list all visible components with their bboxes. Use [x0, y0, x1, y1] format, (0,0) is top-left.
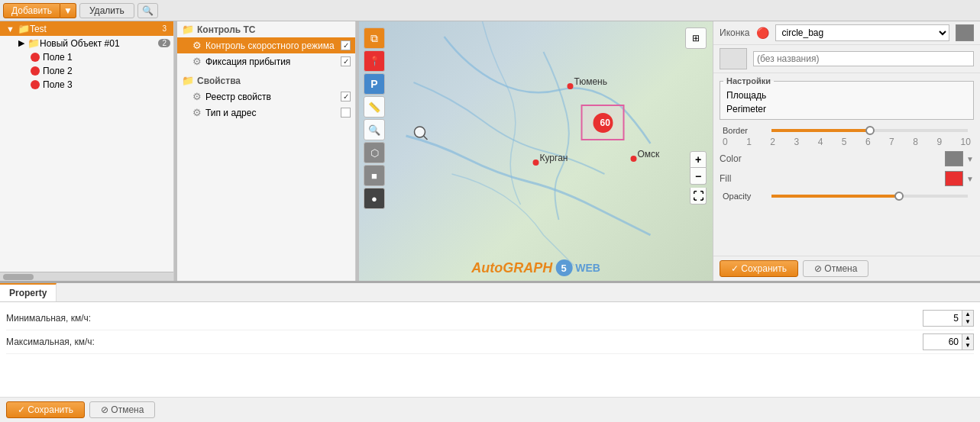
mtree-item-registry[interactable]: ⚙ Реестр свойств: [177, 89, 355, 105]
border-slider[interactable]: [771, 129, 968, 132]
toolbar: Добавить ▼ Удалить 🔍: [0, 0, 980, 21]
map-area[interactable]: Тюмень Курган Омск 60 ⧉ 📍: [359, 21, 713, 281]
fill-dropdown-arrow[interactable]: ▼: [966, 175, 974, 183]
zoom-in-button[interactable]: +: [690, 151, 707, 168]
tree-item-pole2[interactable]: Поле 2: [0, 64, 173, 78]
search-button[interactable]: 🔍: [137, 3, 158, 18]
map-svg: Тюмень Курган Омск 60: [359, 21, 713, 281]
min-label: Минимальная, км/ч:: [6, 313, 923, 324]
tree-item-label-pole2: Поле 2: [43, 66, 73, 76]
map-tool-layers[interactable]: ⧉: [364, 27, 385, 49]
mtree-item-label-arrival: Фиксация прибытия: [205, 56, 290, 67]
color-dropdown-arrow[interactable]: ▼: [966, 155, 974, 163]
svg-text:60: 60: [600, 118, 611, 128]
folder-icon-obj: 📁: [27, 37, 40, 49]
map-tool-location[interactable]: 📍: [364, 50, 385, 72]
tree-item-test[interactable]: ▼ 📁 Test 3: [0, 21, 173, 36]
bottom-cancel-button[interactable]: ⊘ Отмена: [89, 401, 155, 418]
min-input[interactable]: [923, 311, 962, 325]
min-spin-down[interactable]: ▼: [962, 318, 973, 326]
add-button[interactable]: Добавить: [3, 3, 60, 18]
min-spin: ▲ ▼: [962, 311, 973, 326]
map-tool-ruler[interactable]: 📏: [364, 96, 385, 118]
max-spin-up[interactable]: ▲: [962, 334, 973, 342]
gear-icon-arrival: ⚙: [192, 56, 202, 67]
mtree-root: 📁 Контроль ТС: [177, 21, 355, 37]
min-input-wrap: ▲ ▼: [923, 310, 974, 327]
settings-group: Настройки Площадь Perimeter: [720, 76, 974, 120]
check-speed[interactable]: [341, 40, 351, 50]
svg-point-4: [631, 156, 637, 162]
map-tool-square[interactable]: ■: [364, 165, 385, 186]
tree-item-pole1[interactable]: Поле 1: [0, 50, 173, 64]
mtree-item-type[interactable]: ⚙ Тип и адрес: [177, 105, 355, 121]
opacity-label: Opacity: [723, 192, 768, 201]
add-dropdown-button[interactable]: ▼: [60, 3, 76, 18]
icon-row: Иконка 🔴 circle_bag: [713, 21, 980, 45]
opacity-section: Opacity: [713, 188, 980, 204]
max-spin: ▲ ▼: [962, 334, 973, 350]
max-input[interactable]: [923, 335, 962, 349]
settings-legend: Настройки: [723, 76, 774, 85]
mtree-root-label: Контроль ТС: [197, 24, 255, 35]
fill-row: Fill ▼: [713, 169, 980, 188]
name-input[interactable]: [753, 51, 974, 66]
map-tool-parking[interactable]: P: [364, 73, 385, 95]
min-spin-up[interactable]: ▲: [962, 311, 973, 318]
gear-icon-speed: ⚙: [192, 40, 202, 51]
autograph-logo: AutoGRAPH 5 WEB: [471, 259, 600, 276]
border-label: Border: [723, 126, 768, 135]
color-picker[interactable]: [945, 151, 963, 166]
map-tool-stack[interactable]: ⊞: [685, 27, 707, 49]
map-tool-search[interactable]: 🔍: [364, 119, 385, 140]
folder-icon-props: 📁: [182, 75, 194, 86]
polygon-icon: ⬡: [370, 147, 379, 159]
left-scrollbar[interactable]: [0, 272, 173, 281]
color-swatch-icon[interactable]: [956, 24, 974, 41]
mtree-folder-props: 📁 Свойства: [177, 72, 355, 89]
right-panel: Иконка 🔴 circle_bag Настройки Площадь Pe…: [713, 21, 980, 281]
map-tool-circle[interactable]: ●: [364, 188, 385, 209]
icon-select[interactable]: circle_bag: [775, 24, 950, 41]
mtree-item-label-speed: Контроль скоростного режима: [205, 40, 335, 51]
fill-color-picker[interactable]: [945, 171, 963, 186]
property-row-max: Максимальная, км/ч: ▲ ▼: [6, 330, 974, 354]
perimeter-row: Perimeter: [723, 102, 970, 116]
ruler-icon: 📏: [368, 101, 380, 113]
tab-property[interactable]: Property: [0, 283, 57, 301]
area-row: Площадь: [723, 89, 970, 102]
tree-item-label-pole1: Поле 1: [43, 52, 73, 63]
preview-thumbnail: [720, 48, 747, 69]
tree-item-label: Test: [30, 24, 47, 34]
mtree-item-arrival[interactable]: ⚙ Фиксация прибытия: [177, 53, 355, 69]
collapse-icon: ▼: [6, 24, 15, 34]
badge-test: 3: [158, 24, 170, 33]
tree-item-obj01[interactable]: ▶ 📁 Новый Объект #01 2: [0, 36, 173, 50]
svg-text:Тюмень: Тюмень: [574, 76, 607, 87]
red-circle-icon-2: [31, 66, 40, 76]
scroll-thumb: [3, 274, 34, 280]
location-icon: 📍: [369, 56, 380, 66]
check-type[interactable]: [341, 108, 351, 118]
save-button[interactable]: ✓ Сохранить: [720, 260, 798, 277]
tree-item-label-pole3: Поле 3: [43, 79, 73, 90]
zoom-out-button[interactable]: −: [690, 168, 707, 185]
bottom-save-button[interactable]: ✓ Сохранить: [6, 401, 85, 418]
cancel-button[interactable]: ⊘ Отмена: [803, 260, 868, 277]
max-spin-down[interactable]: ▼: [962, 342, 973, 350]
delete-button[interactable]: Удалить: [79, 3, 134, 18]
main-area: ▼ 📁 Test 3 ▶ 📁 Новый Объект #01 2 Поле 1…: [0, 21, 980, 281]
left-panel: ▼ 📁 Test 3 ▶ 📁 Новый Объект #01 2 Поле 1…: [0, 21, 174, 281]
map-tool-polygon[interactable]: ⬡: [364, 142, 385, 163]
svg-line-10: [424, 136, 428, 140]
check-registry[interactable]: [341, 92, 351, 101]
color-row: Color ▼: [713, 149, 980, 169]
fullscreen-button[interactable]: ⛶: [690, 188, 707, 205]
mtree-item-speed[interactable]: ⚙ Контроль скоростного режима: [177, 37, 355, 53]
svg-point-0: [568, 83, 574, 89]
opacity-slider[interactable]: [771, 195, 968, 198]
badge-obj: 2: [158, 39, 170, 47]
folder-icon: 📁: [18, 23, 30, 34]
tree-item-pole3[interactable]: Поле 3: [0, 78, 173, 92]
check-arrival[interactable]: [341, 56, 351, 66]
